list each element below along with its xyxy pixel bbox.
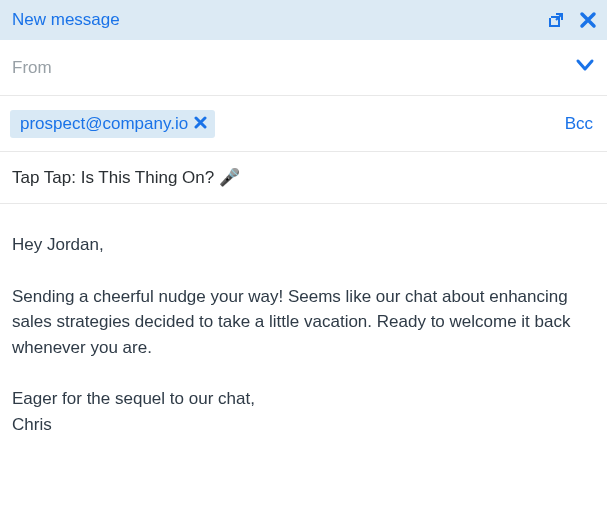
- from-expand-button[interactable]: [575, 55, 595, 80]
- subject-row[interactable]: Tap Tap: Is This Thing On? 🎤: [0, 152, 607, 204]
- close-button[interactable]: [579, 11, 597, 29]
- body-greeting: Hey Jordan,: [12, 232, 595, 258]
- popout-icon: [548, 12, 565, 29]
- titlebar-actions: [534, 11, 597, 29]
- window-title: New message: [12, 10, 534, 30]
- titlebar: New message: [0, 0, 607, 40]
- subject-input[interactable]: Tap Tap: Is This Thing On? 🎤: [12, 167, 240, 188]
- body-signoff: Eager for the sequel to our chat, Chris: [12, 386, 595, 437]
- close-icon: [579, 11, 597, 29]
- remove-recipient-button[interactable]: [194, 115, 207, 132]
- popout-button[interactable]: [548, 12, 565, 29]
- close-icon: [194, 116, 207, 129]
- body-paragraph: Sending a cheerful nudge your way! Seems…: [12, 284, 595, 361]
- message-body[interactable]: Hey Jordan, Sending a cheerful nudge you…: [0, 204, 607, 449]
- from-row[interactable]: From: [0, 40, 607, 96]
- bcc-button[interactable]: Bcc: [565, 114, 595, 134]
- recipient-chip[interactable]: prospect@company.io: [10, 110, 215, 138]
- to-row[interactable]: prospect@company.io Bcc: [0, 96, 607, 152]
- chevron-down-icon: [575, 55, 595, 75]
- recipient-email: prospect@company.io: [20, 114, 188, 134]
- from-label: From: [12, 58, 575, 78]
